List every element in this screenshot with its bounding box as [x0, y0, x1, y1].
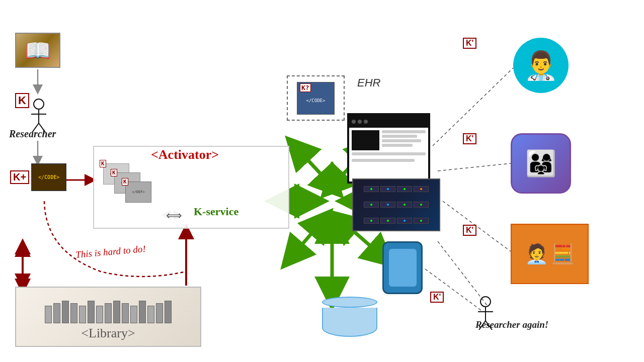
svg-line-12	[292, 221, 322, 256]
browser-content	[349, 128, 428, 166]
k-prime-family: K'	[463, 133, 476, 144]
ehr-box: K? </CODE>	[287, 75, 345, 121]
activator-double-arrow: ⟺	[166, 209, 182, 222]
code-box: </CODE>	[31, 163, 66, 191]
phone-icon	[382, 241, 423, 294]
ehr-inner: K? </CODE>	[297, 82, 335, 115]
kplus-code-box: K+ </CODE>	[10, 163, 66, 191]
code-docs-stack: K </DEF> K </DEF> K </DEF>	[103, 163, 169, 204]
ehr-k-query: K?	[300, 83, 311, 92]
library-box: <Library>	[15, 287, 201, 347]
svg-point-20	[34, 99, 44, 109]
svg-line-16	[438, 163, 511, 171]
researcher-again-label: Researcher again!	[475, 319, 548, 330]
db-body	[322, 308, 377, 337]
library-label: <Library>	[81, 326, 135, 341]
svg-line-8	[297, 148, 332, 186]
kplus-label: K+	[10, 170, 29, 184]
phone-screen	[389, 249, 417, 287]
browser-titlebar	[349, 115, 428, 128]
researcher-label: Researcher	[9, 128, 56, 140]
k-prime-accountant: K'	[463, 225, 476, 236]
activator-label: <Activator>	[151, 147, 219, 162]
browser-window	[347, 113, 430, 184]
doctor-icon: 👨‍⚕️	[513, 38, 569, 93]
library-sketch	[25, 293, 191, 323]
diagram: 📖 K Researcher K+ </CODE> <Activator> K …	[0, 0, 644, 362]
k-prime-doctor: K'	[463, 38, 476, 49]
server-room	[352, 178, 440, 231]
k-prime-researcher: K'	[430, 292, 444, 303]
hard-to-do-label: This is hard to do!	[75, 243, 146, 260]
svg-line-17	[443, 201, 511, 251]
double-arrow-vertical	[13, 244, 33, 289]
kservice-label: K-service	[194, 205, 238, 218]
book-image: 📖	[15, 33, 60, 68]
db-top	[322, 297, 377, 308]
family-app-icon: 👨‍👩‍👧	[511, 133, 571, 194]
database-icon	[322, 297, 377, 342]
calculator-icon: 🧑‍💼 🧮	[511, 224, 589, 284]
svg-point-27	[480, 297, 491, 307]
ehr-label: EHR	[357, 76, 380, 89]
